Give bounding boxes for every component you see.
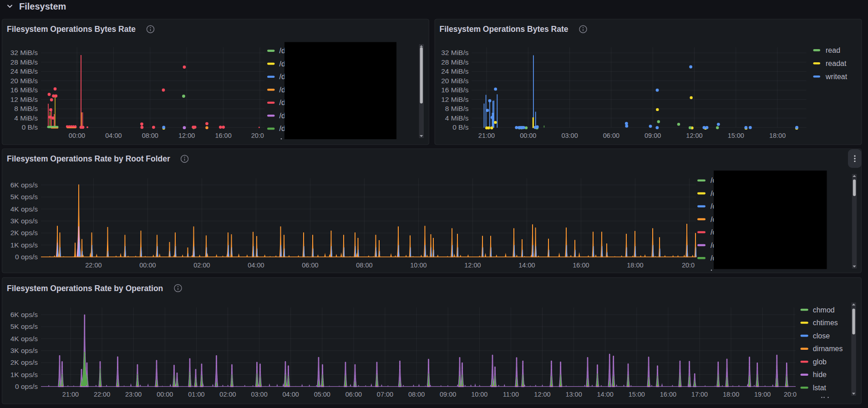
svg-text:08:00: 08:00 [408, 391, 425, 398]
svg-text:10:00: 10:00 [410, 262, 426, 269]
svg-text:6K ops/s: 6K ops/s [10, 181, 38, 189]
svg-text:4 MiB/s: 4 MiB/s [445, 114, 469, 122]
svg-text:11:00: 11:00 [503, 391, 519, 398]
svg-text:16 MiB/s: 16 MiB/s [441, 86, 469, 94]
svg-text:16 MiB/s: 16 MiB/s [10, 86, 38, 94]
svg-text:3K ops/s: 3K ops/s [10, 347, 38, 354]
svg-text:08:00: 08:00 [356, 262, 372, 269]
svg-text:12 MiB/s: 12 MiB/s [10, 96, 38, 103]
svg-text:Filesystem Operations Bytes Ra: Filesystem Operations Bytes Rate [440, 25, 569, 34]
svg-text:2K ops/s: 2K ops/s [10, 229, 38, 237]
svg-text:0 ops/s: 0 ops/s [15, 383, 38, 390]
svg-text:12:00: 12:00 [534, 391, 550, 398]
svg-text:23:00: 23:00 [125, 391, 142, 398]
svg-text:06:00: 06:00 [603, 132, 619, 139]
svg-text:writeat: writeat [825, 73, 848, 81]
svg-text:8 MiB/s: 8 MiB/s [14, 105, 38, 112]
svg-text:18:00: 18:00 [723, 391, 739, 398]
svg-text:0 ops/s: 0 ops/s [15, 253, 38, 261]
svg-text:5K ops/s: 5K ops/s [10, 193, 38, 201]
svg-text:19:00: 19:00 [754, 391, 771, 398]
svg-text:14:00: 14:00 [597, 391, 614, 398]
svg-text:00:00: 00:00 [69, 132, 85, 139]
svg-text:hide: hide [813, 371, 827, 378]
svg-text:20 MiB/s: 20 MiB/s [441, 77, 469, 85]
svg-text:close: close [813, 332, 830, 340]
svg-text:02:00: 02:00 [219, 391, 236, 398]
svg-text:16:00: 16:00 [660, 391, 676, 398]
svg-text:01:00: 01:00 [188, 391, 204, 398]
svg-text:08:00: 08:00 [142, 132, 158, 139]
svg-text:12:00: 12:00 [178, 132, 195, 139]
svg-text:glob: glob [813, 358, 827, 366]
svg-text:2K ops/s: 2K ops/s [10, 358, 38, 366]
svg-text:06:00: 06:00 [302, 262, 318, 269]
svg-text:Filesystem Operations Bytes Ra: Filesystem Operations Bytes Rate [7, 25, 136, 34]
svg-text:Filesystem Operations Rate by: Filesystem Operations Rate by Operation [7, 284, 163, 293]
svg-text:10:00: 10:00 [471, 391, 487, 398]
svg-text:0 B/s: 0 B/s [452, 123, 469, 131]
svg-text:28 MiB/s: 28 MiB/s [441, 58, 469, 66]
svg-text:6K ops/s: 6K ops/s [10, 311, 38, 318]
svg-text:09:00: 09:00 [645, 132, 661, 139]
svg-text:18:00: 18:00 [769, 132, 786, 139]
svg-text:14:00: 14:00 [518, 262, 535, 269]
svg-text:12:00: 12:00 [686, 132, 702, 139]
svg-text:32 MiB/s: 32 MiB/s [441, 49, 469, 56]
svg-text:20 MiB/s: 20 MiB/s [10, 77, 38, 85]
svg-text:28 MiB/s: 28 MiB/s [10, 58, 38, 66]
svg-text:16:00: 16:00 [215, 132, 231, 139]
svg-text:13:00: 13:00 [565, 391, 582, 398]
svg-text:04:00: 04:00 [283, 391, 299, 398]
svg-text:4K ops/s: 4K ops/s [10, 335, 38, 343]
svg-text:15:00: 15:00 [728, 132, 744, 139]
svg-text:12:00: 12:00 [464, 262, 481, 269]
svg-text:0 B/s: 0 B/s [22, 123, 38, 131]
svg-text:5K ops/s: 5K ops/s [10, 322, 38, 330]
svg-text:1K ops/s: 1K ops/s [10, 241, 38, 249]
svg-text:readat: readat [826, 60, 847, 67]
svg-text:Filesystem Operations Rate by: Filesystem Operations Rate by Root Folde… [7, 154, 170, 163]
svg-text:3K ops/s: 3K ops/s [10, 217, 38, 225]
svg-text:09:00: 09:00 [440, 391, 456, 398]
svg-text:18:00: 18:00 [627, 262, 643, 269]
svg-text:24 MiB/s: 24 MiB/s [10, 67, 38, 75]
svg-text:read: read [826, 46, 840, 54]
svg-text:4K ops/s: 4K ops/s [10, 205, 38, 213]
svg-text:04:00: 04:00 [105, 132, 122, 139]
svg-text:12 MiB/s: 12 MiB/s [441, 96, 469, 103]
svg-text:22:00: 22:00 [85, 262, 102, 269]
svg-text:07:00: 07:00 [377, 391, 393, 398]
svg-text:22:00: 22:00 [94, 391, 110, 398]
svg-text:02:00: 02:00 [193, 262, 210, 269]
svg-text:8 MiB/s: 8 MiB/s [445, 105, 469, 112]
svg-text:24 MiB/s: 24 MiB/s [441, 67, 469, 75]
svg-text:17:00: 17:00 [691, 391, 708, 398]
svg-text:16:00: 16:00 [573, 262, 589, 269]
svg-text:lstat: lstat [813, 384, 827, 392]
svg-text:15:00: 15:00 [629, 391, 645, 398]
svg-text:06:00: 06:00 [345, 391, 362, 398]
svg-text:03:00: 03:00 [251, 391, 267, 398]
svg-text:dirnames: dirnames [813, 345, 843, 353]
svg-text:20:0: 20:0 [251, 132, 264, 139]
svg-text:20:0: 20:0 [682, 262, 695, 269]
svg-text:21:00: 21:00 [62, 391, 79, 398]
svg-text:04:00: 04:00 [248, 262, 264, 269]
svg-text:00:00: 00:00 [520, 132, 536, 139]
svg-text:00:00: 00:00 [139, 262, 156, 269]
svg-text:1K ops/s: 1K ops/s [10, 371, 38, 378]
svg-text:4 MiB/s: 4 MiB/s [14, 114, 38, 122]
svg-text:03:00: 03:00 [561, 132, 578, 139]
svg-text:chtimes: chtimes [813, 319, 838, 327]
svg-text:05:00: 05:00 [314, 391, 330, 398]
svg-text:chmod: chmod [813, 306, 835, 314]
svg-text:32 MiB/s: 32 MiB/s [10, 49, 38, 56]
svg-text:Filesystem: Filesystem [19, 1, 66, 11]
svg-text:21:00: 21:00 [478, 132, 495, 139]
svg-text:20:0: 20:0 [784, 391, 797, 398]
svg-text:00:00: 00:00 [157, 391, 173, 398]
